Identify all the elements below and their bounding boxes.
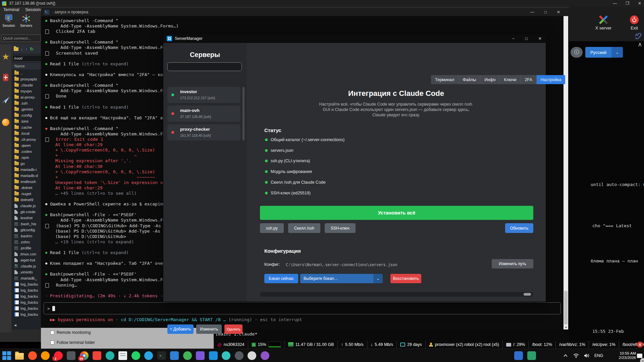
- file-row[interactable]: .qwen: [12, 142, 41, 148]
- menu-terminal[interactable]: Terminal: [3, 7, 19, 12]
- firefox-browser[interactable]: [41, 351, 50, 360]
- app-purple[interactable]: [196, 351, 205, 360]
- change-path-button[interactable]: Изменить путь: [492, 259, 533, 268]
- notepad[interactable]: [118, 351, 127, 360]
- sm-close-icon[interactable]: ✕: [538, 36, 542, 41]
- add-server-button[interactable]: + Добавить: [167, 324, 194, 334]
- file-row[interactable]: .gemini: [12, 106, 41, 112]
- file-row[interactable]: .claude.js: [12, 263, 41, 269]
- file-row[interactable]: .claude: [12, 82, 41, 88]
- anydesk[interactable]: [93, 351, 102, 360]
- file-row[interactable]: .codex: [12, 148, 41, 155]
- file-row[interactable]: log_backu: [12, 287, 41, 293]
- file-row[interactable]: .profile: [12, 245, 41, 251]
- paper-plane-icon[interactable]: [0, 88, 11, 113]
- file-row[interactable]: endlessh: [12, 179, 41, 185]
- backup-select[interactable]: Выберите бэкап… ⌄: [300, 274, 383, 283]
- file-row[interactable]: .git-crede: [12, 209, 41, 215]
- file-row[interactable]: .zshrc: [12, 239, 41, 245]
- file-row[interactable]: ai-proxy-: [12, 94, 41, 100]
- volume-icon[interactable]: [582, 349, 591, 362]
- follow-folder-checkbox[interactable]: [50, 341, 54, 345]
- x-server-button[interactable]: X server: [592, 14, 615, 31]
- sftp-name-column-header[interactable]: Name: [12, 63, 41, 69]
- file-row[interactable]: .claude.js: [12, 203, 41, 209]
- file-row[interactable]: log_backu: [12, 299, 41, 305]
- file-row[interactable]: .tmux.con: [12, 251, 41, 257]
- start-button[interactable]: [2, 351, 11, 360]
- file-row[interactable]: .nuget: [12, 191, 41, 197]
- file-row[interactable]: .lesshst: [12, 215, 41, 221]
- monitoring-close-icon[interactable]: ✕: [637, 342, 643, 348]
- maximize-icon[interactable]: ❐: [626, 1, 629, 6]
- scroll-left-icon[interactable]: ◄: [13, 323, 17, 327]
- file-row[interactable]: .cache: [12, 124, 41, 130]
- scrollbar-thumb[interactable]: [564, 291, 568, 324]
- file-row[interactable]: go: [12, 161, 41, 167]
- file-row[interactable]: .mariadb_: [12, 275, 41, 281]
- scrollbar-thumb[interactable]: [524, 293, 531, 296]
- whatsapp[interactable]: [131, 351, 140, 360]
- edit-server-button[interactable]: Изменить: [196, 324, 222, 334]
- backup-now-button[interactable]: Бэкап сейчас: [264, 274, 298, 283]
- obs[interactable]: [248, 351, 257, 360]
- server-item-main-ovh[interactable]: main-ovh37.187.136.86 [ssh]: [167, 106, 240, 122]
- wifi-icon[interactable]: [572, 349, 580, 362]
- file-row[interactable]: log_backu: [12, 293, 41, 299]
- restore-button[interactable]: Восстановить: [390, 274, 421, 283]
- tab-файлы[interactable]: Файлы: [459, 75, 480, 84]
- tab-2fa[interactable]: 2FA: [521, 75, 536, 84]
- github-desktop[interactable]: [234, 351, 244, 360]
- server-list-scrollbar[interactable]: [243, 87, 245, 140]
- scroll-down-icon[interactable]: ▼: [565, 326, 568, 329]
- delete-server-button[interactable]: Удалить: [224, 324, 243, 334]
- sm-maximize-icon[interactable]: □: [525, 36, 528, 41]
- terminal-scrollbar[interactable]: ▼: [564, 16, 568, 329]
- notifications-button[interactable]: 32: [635, 349, 644, 362]
- file-row[interactable]: .config: [12, 112, 41, 118]
- file-row[interactable]: log_backu: [12, 281, 41, 287]
- tab-инфо[interactable]: Инфо: [480, 75, 499, 84]
- app-mint[interactable]: [527, 351, 536, 360]
- chrome-browser[interactable]: 26: [79, 351, 89, 360]
- refresh-button[interactable]: Обновить: [505, 223, 533, 233]
- tab-настройка[interactable]: Настройка: [536, 75, 566, 84]
- component-button--ssh[interactable]: Скилл /ssh: [288, 223, 320, 233]
- file-row[interactable]: .bashrc: [12, 233, 41, 239]
- sm-minimize-icon[interactable]: −: [512, 36, 515, 41]
- file-row[interactable]: .local: [12, 130, 41, 136]
- quick-assist[interactable]: [514, 351, 523, 360]
- keyboard-language[interactable]: ENG: [593, 349, 604, 362]
- terminal-minimize-icon[interactable]: —: [530, 10, 534, 14]
- tray-chevron-icon[interactable]: [561, 349, 570, 362]
- favorites-star-icon[interactable]: ★: [0, 46, 11, 67]
- terminal-maximize-icon[interactable]: □: [544, 10, 547, 14]
- session-button[interactable]: Session: [1, 13, 16, 27]
- tray-clock[interactable]: 10:55 AM 2/23/2026: [614, 349, 636, 362]
- component-button-ssh-py[interactable]: ssh.py: [260, 223, 284, 233]
- file-row[interactable]: log_backu: [12, 317, 41, 318]
- menu-sessions[interactable]: Sessions: [25, 7, 42, 12]
- folder-up-icon[interactable]: [14, 47, 18, 51]
- file-row[interactable]: .ssh: [12, 100, 41, 106]
- close-icon[interactable]: ✕: [638, 1, 641, 6]
- refresh-icon[interactable]: ↻: [30, 47, 34, 51]
- file-row[interactable]: .wget-hst: [12, 257, 41, 263]
- opera-browser[interactable]: 2: [54, 351, 63, 360]
- file-row[interactable]: proxyapis: [12, 76, 41, 82]
- file-row[interactable]: mariadb-i: [12, 167, 41, 173]
- file-row[interactable]: myvpn: [12, 88, 41, 94]
- quick-connect-input[interactable]: Quick connect...: [1, 35, 41, 42]
- file-row[interactable]: .kimi: [12, 118, 41, 124]
- tab-терминал[interactable]: Терминал: [431, 75, 459, 84]
- file-row[interactable]: .bash_his: [12, 221, 41, 227]
- edge-browser[interactable]: [222, 351, 231, 360]
- upload-icon[interactable]: ↑: [25, 47, 28, 51]
- docker[interactable]: [209, 351, 218, 360]
- file-row[interactable]: log_backu: [12, 311, 41, 317]
- file-row[interactable]: .dotnet: [12, 185, 41, 191]
- exit-button[interactable]: Exit: [623, 14, 644, 31]
- info-button[interactable]: ⓘ: [571, 47, 583, 58]
- collapse-chevron-icon[interactable]: ᐱ: [639, 43, 641, 47]
- terminal-input-box[interactable]: >: [44, 302, 561, 314]
